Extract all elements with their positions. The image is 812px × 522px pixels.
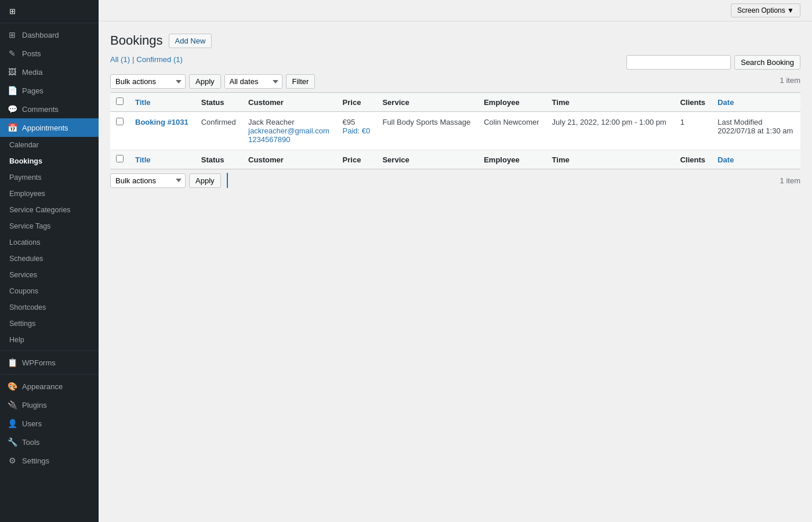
plugins-label: Plugins — [22, 401, 47, 409]
sidebar-item-users[interactable]: 👤 Users — [0, 414, 99, 433]
row-checkbox[interactable] — [116, 118, 124, 125]
sidebar-item-wpforms[interactable]: 📋 WPForms — [0, 353, 99, 372]
row-customer-cell: Jack Reacher jackreacher@gmail.com 12345… — [242, 112, 336, 150]
bookings-label: Bookings — [9, 157, 42, 165]
select-all-checkbox[interactable] — [116, 97, 124, 105]
col-customer-footer: Customer — [242, 150, 336, 169]
sidebar-item-calendar[interactable]: Calendar — [0, 137, 99, 153]
sidebar-item-plugins[interactable]: 🔌 Plugins — [0, 396, 99, 414]
customer-phone-link[interactable]: 1234567890 — [248, 135, 290, 144]
schedules-label: Schedules — [9, 255, 43, 263]
sidebar-item-coupons[interactable]: Coupons — [0, 283, 99, 299]
col-status: Status — [195, 93, 242, 112]
sidebar-item-tools[interactable]: 🔧 Tools — [0, 433, 99, 451]
bottom-toolbar: Bulk actions Apply 1 item — [110, 173, 800, 188]
page-title: Bookings — [110, 33, 163, 48]
col-date-footer: Date — [712, 150, 800, 169]
date-sort-link-footer[interactable]: Date — [717, 155, 734, 164]
users-label: Users — [22, 419, 42, 428]
users-icon: 👤 — [7, 418, 17, 429]
sidebar-item-sub-settings[interactable]: Settings — [0, 316, 99, 332]
sidebar-item-services[interactable]: Services — [0, 267, 99, 283]
topbar: Screen Options ▼ — [99, 0, 812, 21]
sidebar-item-service-tags[interactable]: Service Tags — [0, 218, 99, 234]
date-value: 2022/07/18 at 1:30 am — [717, 126, 795, 135]
col-title-footer: Title — [129, 150, 195, 169]
sidebar-item-appointments[interactable]: 📅 Appointments — [0, 118, 99, 137]
sidebar-item-label: Comments — [22, 105, 59, 114]
title-sort-link-footer[interactable]: Title — [135, 155, 151, 164]
sidebar-item-employees[interactable]: Employees — [0, 186, 99, 202]
col-date: Date — [712, 93, 800, 112]
sidebar-item-payments[interactable]: Payments — [0, 169, 99, 186]
search-booking-button[interactable]: Search Booking — [734, 55, 800, 70]
help-label: Help — [9, 336, 24, 344]
date-sort-link[interactable]: Date — [717, 98, 734, 107]
col-employee: Employee — [478, 93, 546, 112]
tools-label: Tools — [22, 438, 39, 447]
wpforms-icon: 📋 — [7, 357, 17, 368]
col-clients: Clients — [675, 93, 712, 112]
table-footer-row: Title Status Customer Price Service Empl… — [110, 150, 800, 169]
sidebar-item-label: Pages — [22, 86, 44, 95]
apply-button-top[interactable]: Apply — [189, 74, 221, 89]
sidebar-item-comments[interactable]: 💬 Comments — [0, 100, 99, 118]
booking-link[interactable]: Booking #1031 — [135, 118, 188, 126]
subsubsub-filter: All (1) | Confirmed (1) — [110, 55, 183, 64]
bulk-actions-select-bottom[interactable]: Bulk actions — [110, 173, 186, 188]
row-service-cell: Full Body Sports Massage — [376, 112, 478, 150]
apply-button-bottom[interactable]: Apply — [189, 173, 221, 188]
items-count-bottom: 1 item — [780, 176, 800, 185]
plugins-icon: 🔌 — [7, 400, 17, 410]
col-service: Service — [376, 93, 478, 112]
col-price: Price — [337, 93, 377, 112]
sidebar-item-locations[interactable]: Locations — [0, 234, 99, 251]
dashboard-icon: ⊞ — [7, 30, 17, 40]
customer-email-link[interactable]: jackreacher@gmail.com — [248, 126, 329, 135]
settings-icon: ⚙ — [7, 455, 17, 466]
select-all-checkbox-footer[interactable] — [116, 155, 124, 162]
row-time-cell: July 21, 2022, 12:00 pm - 1:00 pm — [546, 112, 675, 150]
search-booking-input[interactable] — [626, 55, 731, 70]
col-time: Time — [546, 93, 675, 112]
add-new-button[interactable]: Add New — [169, 34, 212, 48]
sidebar-item-pages[interactable]: 📄 Pages — [0, 81, 99, 100]
sidebar-item-settings[interactable]: ⚙ Settings — [0, 451, 99, 470]
sidebar-item-appearance[interactable]: 🎨 Appearance — [0, 377, 99, 396]
sidebar-item-media[interactable]: 🖼 Media — [0, 63, 99, 81]
screen-options-label: Screen Options ▼ — [737, 6, 794, 14]
screen-options-button[interactable]: Screen Options ▼ — [731, 3, 800, 17]
sidebar-item-posts[interactable]: ✎ Posts — [0, 44, 99, 63]
bookings-table: Title Status Customer Price Service Empl… — [110, 92, 800, 169]
filter-button[interactable]: Filter — [286, 74, 316, 89]
title-sort-link[interactable]: Title — [135, 98, 151, 107]
settings-label: Settings — [22, 456, 49, 465]
sidebar-item-label: Media — [22, 68, 42, 77]
sidebar-main-nav: ⊞ Dashboard ✎ Posts 🖼 Media 📄 Pages 💬 Co… — [0, 23, 99, 472]
col-employee-footer: Employee — [478, 150, 546, 169]
row-clients-cell: 1 — [675, 112, 712, 150]
dates-select[interactable]: All dates — [224, 74, 282, 89]
row-status-cell: Confirmed — [195, 112, 242, 150]
tools-icon: 🔧 — [7, 437, 17, 447]
sidebar-item-help[interactable]: Help — [0, 332, 99, 348]
col-clients-footer: Clients — [675, 150, 712, 169]
sidebar-item-dashboard[interactable]: ⊞ Dashboard — [0, 26, 99, 44]
sidebar-divider-2 — [0, 374, 99, 375]
wpforms-label: WPForms — [22, 358, 56, 367]
sidebar-item-bookings[interactable]: Bookings — [0, 153, 99, 169]
table-row: Booking #1031 Confirmed Jack Reacher jac… — [110, 112, 800, 150]
sidebar-item-service-categories[interactable]: Service Categories — [0, 202, 99, 218]
row-checkbox-cell — [110, 112, 129, 150]
sidebar-item-shortcodes[interactable]: Shortcodes — [0, 299, 99, 316]
bulk-actions-select[interactable]: Bulk actions — [110, 74, 186, 89]
wp-logo-icon: ⊞ — [9, 7, 16, 16]
sidebar-item-schedules[interactable]: Schedules — [0, 251, 99, 267]
confirmed-filter-link[interactable]: Confirmed (1) — [136, 55, 182, 64]
col-service-footer: Service — [376, 150, 478, 169]
calendar-label: Calendar — [9, 141, 39, 149]
date-label: Last Modified — [717, 118, 795, 126]
all-filter-link[interactable]: All (1) — [110, 55, 130, 64]
col-customer: Customer — [242, 93, 336, 112]
employees-label: Employees — [9, 190, 45, 198]
